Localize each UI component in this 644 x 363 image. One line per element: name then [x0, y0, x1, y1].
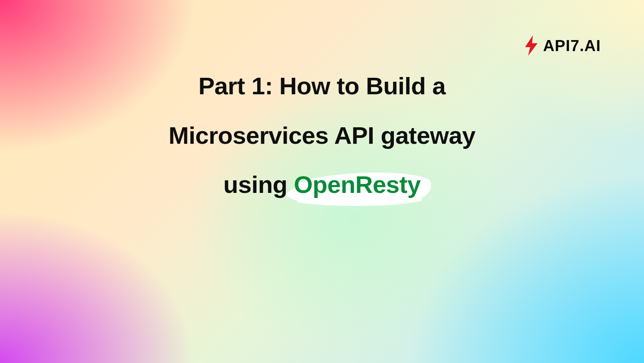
brand-logo: aPI7.aI [523, 35, 601, 56]
hero-title: Part 1: How to Build a Microservices API… [0, 71, 644, 200]
highlighted-word: OpenResty [294, 171, 421, 198]
title-line-3: using OpenResty [0, 169, 644, 200]
svg-marker-0 [525, 35, 538, 56]
title-line-1: Part 1: How to Build a [0, 71, 644, 101]
title-line-2: Microservices API gateway [0, 120, 644, 151]
highlight-wrap: OpenResty [294, 169, 421, 200]
logo-text: aPI7.aI [543, 37, 601, 55]
lightning-bolt-icon [523, 35, 539, 56]
